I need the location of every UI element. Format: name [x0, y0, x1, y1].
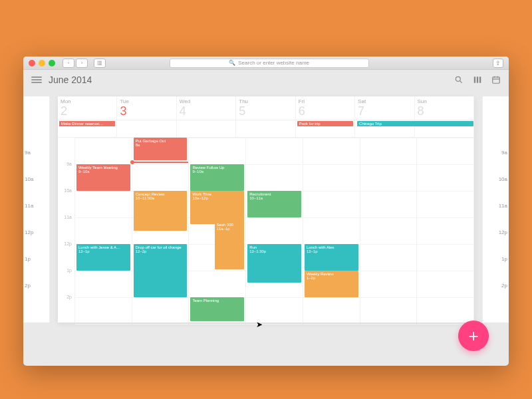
event-time: 1–2p [307, 276, 356, 280]
day-header[interactable]: Wed4 [177, 96, 236, 120]
close-icon[interactable] [29, 60, 35, 66]
week-sheet: Mon2Tue3Wed4Thu5Fri6Sat7Sun8 Schedule Ha… [58, 96, 474, 323]
time-gutter: 9a10a11a12p1p2p [58, 138, 75, 323]
date-number: 2 [61, 104, 114, 118]
day-header[interactable]: Tue3 [117, 96, 176, 120]
allday-cell[interactable]: Chicago Trip [355, 120, 414, 137]
calendar-event[interactable]: Concept Review10–11:30a [134, 191, 188, 231]
event-time: 10–11a [249, 196, 299, 200]
date-number: 8 [418, 104, 471, 118]
calendar-event[interactable]: Work Time10a–12p [190, 191, 244, 224]
day-column[interactable]: Recruitment10–11aRun12–1:30p [246, 138, 303, 323]
next-week-peek[interactable]: 9a 10a 11a 12p 1p 2p [482, 96, 509, 323]
day-header[interactable]: Mon2 [58, 96, 117, 120]
time-label: 1p [66, 268, 72, 273]
time-label: 12p [64, 241, 72, 246]
event-time: 9–10a [192, 170, 242, 174]
dow-label: Tue [120, 98, 173, 104]
mac-titlebar: ‹ › ▥ 🔍 Search or enter website name ⇪ [23, 57, 509, 70]
time-label: 9a [66, 162, 72, 166]
day-column[interactable]: Review Follow Up9–10aWork Time10a–12pSes… [189, 138, 246, 323]
svg-rect-2 [474, 76, 475, 82]
dow-label: Thu [239, 98, 292, 104]
dow-label: Fri [299, 98, 352, 104]
back-button[interactable]: ‹ [63, 59, 74, 68]
svg-rect-5 [493, 77, 500, 83]
event-time: 10a–12p [192, 196, 242, 200]
add-event-fab[interactable]: + [458, 321, 489, 351]
event-time: 12–2p [136, 249, 186, 253]
event-time: 10–11:30a [136, 196, 186, 200]
event-time: 12–1p [78, 249, 128, 253]
allday-event[interactable]: Pack for trip [297, 121, 353, 126]
calendar-event[interactable]: Weekly Team Meeting9–10a [76, 164, 130, 191]
day-header[interactable]: Thu5 [236, 96, 295, 120]
day-column[interactable] [360, 138, 418, 323]
sidebar-button[interactable]: ▥ [94, 59, 106, 68]
allday-cell[interactable] [236, 120, 295, 137]
share-button[interactable]: ⇪ [493, 59, 503, 68]
page-title: June 2014 [49, 74, 92, 85]
prev-week-peek[interactable]: 9a 10a 11a 12p 1p 2p [23, 96, 50, 323]
calendar-event[interactable]: Recruitment10–11a [247, 191, 301, 217]
calendar-event[interactable]: Sesh 00011a–1p [215, 221, 245, 269]
calendar-event[interactable]: Drop off car for oil change12–2p [134, 244, 188, 297]
allday-cell[interactable] [177, 120, 236, 137]
search-icon: 🔍 [229, 60, 235, 66]
allday-cell[interactable]: Schedule HaircutMake Dinner reservat… [58, 120, 117, 137]
calendar-event[interactable]: Run12–1:30p [247, 244, 301, 283]
date-number: 3 [120, 104, 173, 118]
svg-line-1 [460, 81, 462, 83]
day-column[interactable]: Weekly Team Meeting9–10aLunch with Jesse… [75, 138, 132, 323]
event-title: Team Planning [192, 299, 242, 303]
day-header[interactable]: Fri6 [296, 96, 355, 120]
svg-point-0 [456, 76, 460, 81]
nav-buttons: ‹ › [63, 59, 88, 68]
event-time: 8a [136, 143, 186, 147]
day-column[interactable]: Lunch with Alex12–1pWeekly Review1–2p [303, 138, 360, 323]
search-icon[interactable] [454, 75, 464, 84]
maximize-icon[interactable] [49, 60, 55, 66]
day-header[interactable]: Sat7 [355, 96, 414, 120]
time-label: 2p [66, 295, 72, 299]
calendar-event[interactable]: Lunch with Alex12–1p [305, 244, 358, 271]
now-indicator [132, 162, 189, 163]
event-time: 12–1:30p [249, 249, 299, 253]
cursor-icon: ➤ [256, 320, 263, 329]
today-icon[interactable] [491, 75, 501, 84]
event-time: 9–10a [78, 170, 128, 174]
day-headers: Mon2Tue3Wed4Thu5Fri6Sat7Sun8 [58, 96, 474, 120]
calendar-event[interactable]: Lunch with Jesse & A…12–1p [76, 244, 130, 271]
menu-icon[interactable] [31, 75, 42, 84]
allday-event[interactable]: Chicago Trip [357, 121, 473, 126]
svg-rect-4 [479, 76, 481, 82]
view-switcher-icon[interactable] [473, 75, 482, 84]
browser-window: ‹ › ▥ 🔍 Search or enter website name ⇪ J… [23, 57, 509, 366]
calendar-event[interactable]: Weekly Review1–2p [305, 271, 358, 297]
svg-rect-3 [477, 76, 478, 82]
day-column[interactable]: Put Garbage Out8aConcept Review10–11:30a… [132, 138, 190, 323]
dow-label: Sun [418, 98, 471, 104]
dow-label: Wed [180, 98, 233, 104]
url-placeholder: Search or enter website name [238, 60, 309, 66]
allday-event[interactable]: Make Dinner reservat… [59, 121, 115, 126]
date-number: 6 [299, 104, 352, 118]
day-header[interactable]: Sun8 [415, 96, 474, 120]
forward-button[interactable]: › [76, 59, 88, 68]
calendar-stage: 9a 10a 11a 12p 1p 2p 9a 10a 11a 12p 1p 2… [23, 90, 509, 366]
dow-label: Sat [358, 98, 411, 104]
calendar-event[interactable]: Team Planning [190, 297, 244, 321]
calendar-event[interactable]: Review Follow Up9–10a [190, 164, 244, 191]
time-label: 10a [64, 188, 72, 193]
event-time: 11a–1p [217, 227, 243, 231]
allday-cell[interactable] [117, 120, 176, 137]
minimize-icon[interactable] [39, 60, 45, 66]
day-column[interactable] [417, 138, 474, 323]
time-grid[interactable]: 9a10a11a12p1p2p Weekly Team Meeting9–10a… [58, 138, 474, 323]
allday-cell[interactable]: Pack for trip [296, 120, 355, 137]
date-number: 5 [239, 104, 292, 118]
app-header: June 2014 [23, 70, 509, 90]
url-bar[interactable]: 🔍 Search or enter website name [170, 59, 369, 68]
date-number: 4 [180, 104, 233, 118]
calendar-event[interactable]: Put Garbage Out8a [134, 138, 188, 160]
